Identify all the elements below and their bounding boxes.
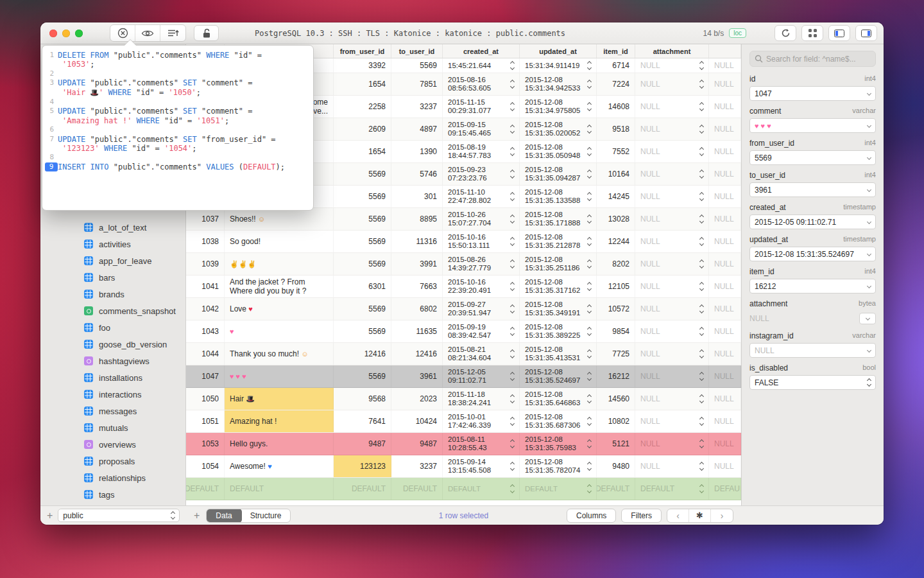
value-stepper[interactable] (585, 328, 591, 335)
cell-item-id[interactable]: 10572 (597, 298, 635, 320)
cell-updated-at[interactable]: 2015-12-08 15:31:35.317162 (520, 276, 597, 297)
cell-attachment[interactable]: NULL (635, 96, 709, 118)
cell-id[interactable]: 1043 (186, 320, 225, 342)
tab-data[interactable]: Data (206, 509, 241, 523)
cell-updated-at[interactable]: 2015-12-08 15:31:35.050948 (520, 141, 597, 162)
cell-attachment[interactable]: NULL (635, 276, 709, 297)
cell-instagram-id[interactable]: NULL (709, 186, 741, 207)
cell-from-user-id[interactable]: 5569 (334, 186, 391, 207)
cell-from-user-id[interactable]: 5569 (334, 298, 391, 320)
cell-id[interactable]: 1051 (186, 410, 225, 432)
cell-from-user-id[interactable]: 12416 (334, 343, 391, 365)
value-stepper[interactable] (697, 238, 703, 245)
field-value-box[interactable]: 2015-12-08 15:31:35.524697 (749, 247, 876, 261)
cell-created-at[interactable]: 2015-12-05 09:11:02.71 (443, 365, 520, 387)
cell-id[interactable]: 1038 (186, 231, 225, 252)
cell-attachment[interactable]: NULL (635, 118, 709, 140)
cell-updated-at[interactable]: 2015-12-08 15:31:35.389225 (520, 320, 597, 342)
value-stepper[interactable] (585, 215, 591, 223)
cell-id[interactable]: 1053 (186, 433, 225, 455)
value-stepper[interactable] (697, 372, 703, 380)
cell-id[interactable]: 1041 (186, 276, 225, 297)
cell-item-id[interactable]: 14560 (597, 388, 635, 410)
value-stepper[interactable] (585, 283, 591, 290)
cell-instagram-id[interactable]: DEFAULT (709, 478, 741, 500)
cell-attachment[interactable]: NULL (635, 58, 709, 73)
value-stepper[interactable] (585, 260, 591, 268)
cell-attachment[interactable]: NULL (635, 208, 709, 230)
cell-from-user-id[interactable]: 123123 (334, 455, 391, 477)
value-stepper[interactable] (697, 328, 703, 335)
cell-instagram-id[interactable]: NULL (709, 253, 741, 275)
cell-from-user-id[interactable]: 9487 (334, 433, 391, 455)
sidebar-item-activities[interactable]: activities (40, 236, 185, 252)
filters-button[interactable]: Filters (621, 509, 662, 523)
cell-created-at[interactable]: 2015-09-14 13:15:45.508 (443, 455, 520, 477)
cell-from-user-id[interactable]: 7641 (334, 410, 391, 432)
cell-instagram-id[interactable]: NULL (709, 388, 741, 410)
cell-attachment[interactable]: NULL (635, 298, 709, 320)
cell-instagram-id[interactable]: NULL (709, 433, 741, 455)
value-stepper[interactable] (697, 440, 703, 448)
cell-comment[interactable]: Thank you so much! ☺ (225, 343, 334, 365)
cell-instagram-id[interactable]: NULL (709, 73, 741, 95)
cell-updated-at[interactable]: 2015-12-08 15:31:35.413531 (520, 343, 597, 365)
value-stepper[interactable] (585, 485, 591, 493)
sidebar-item-installations[interactable]: installations (40, 369, 185, 386)
cell-to-user-id[interactable]: 4897 (391, 118, 443, 140)
value-stepper[interactable] (697, 193, 703, 200)
cell-id[interactable]: 1044 (186, 343, 225, 365)
value-stepper[interactable] (508, 80, 514, 88)
add-table-button[interactable]: + (47, 511, 53, 521)
minimize-button[interactable] (62, 30, 70, 37)
value-stepper[interactable] (585, 125, 591, 133)
sidebar-item-bars[interactable]: bars (40, 269, 185, 286)
cell-item-id[interactable]: 16212 (597, 365, 635, 387)
cell-updated-at[interactable]: 2015-12-08 15:31:35.782074 (520, 455, 597, 477)
cell-attachment[interactable]: NULL (635, 253, 709, 275)
cell-created-at[interactable]: 2015-08-11 10:28:55.43 (443, 433, 520, 455)
cell-item-id[interactable]: 7725 (597, 343, 635, 365)
lock-button[interactable] (194, 25, 219, 41)
value-stepper[interactable] (585, 462, 591, 470)
cell-updated-at[interactable]: 2015-12-08 15:31:35.094287 (520, 163, 597, 185)
cell-attachment[interactable]: NULL (635, 163, 709, 185)
cell-id[interactable]: 1042 (186, 298, 225, 320)
cell-updated-at[interactable]: 2015-12-08 15:31:35.020052 (520, 118, 597, 140)
value-stepper[interactable] (585, 372, 591, 380)
cell-attachment[interactable]: NULL (635, 365, 709, 387)
field-search-box[interactable] (749, 51, 876, 67)
cell-attachment[interactable]: NULL (635, 186, 709, 207)
cell-to-user-id[interactable]: 11316 (391, 231, 443, 252)
cell-instagram-id[interactable]: NULL (709, 141, 741, 162)
cell-attachment[interactable]: DEFAULT (635, 478, 709, 500)
value-stepper[interactable] (697, 148, 703, 155)
value-stepper[interactable] (585, 305, 591, 313)
table-row[interactable]: 1044Thank you so much! ☺12416124162015-0… (186, 343, 741, 365)
cell-instagram-id[interactable]: NULL (709, 298, 741, 320)
value-stepper[interactable] (508, 372, 514, 380)
cell-updated-at[interactable]: 2015-12-08 15:31:35.646863 (520, 388, 597, 410)
cell-from-user-id[interactable]: 2258 (334, 96, 391, 118)
table-row[interactable]: 1050Hair 🎩956820232015-11-18 18:38:24.24… (186, 388, 741, 410)
cell-from-user-id[interactable]: DEFAULT (334, 478, 391, 500)
field-value-box[interactable]: NULL (749, 343, 876, 358)
value-stepper[interactable] (697, 417, 703, 425)
table-row[interactable]: 1038So good!5569113162015-10-16 15:50:13… (186, 231, 741, 253)
column-header-item_id[interactable]: item_id (597, 44, 635, 58)
cell-to-user-id[interactable]: 5746 (391, 163, 443, 185)
cell-instagram-id[interactable]: NULL (709, 163, 741, 185)
column-header-to_user_id[interactable]: to_user_id (391, 44, 443, 58)
sidebar-item-proposals[interactable]: proposals (40, 453, 185, 469)
cell-created-at[interactable]: 2015-11-15 00:29:31.077 (443, 96, 520, 118)
cell-instagram-id[interactable]: NULL (709, 343, 741, 365)
cell-item-id[interactable]: 9480 (597, 455, 635, 477)
cell-attachment[interactable]: NULL (635, 73, 709, 95)
value-stepper[interactable] (697, 462, 703, 470)
value-stepper[interactable] (585, 440, 591, 448)
cell-from-user-id[interactable]: 5569 (334, 163, 391, 185)
cell-updated-at[interactable]: 15:31:34.911419 (520, 58, 597, 73)
field-value-box[interactable]: 5569 (749, 150, 876, 165)
cell-created-at[interactable]: 2015-08-19 18:44:57.783 (443, 141, 520, 162)
value-stepper[interactable] (697, 125, 703, 133)
